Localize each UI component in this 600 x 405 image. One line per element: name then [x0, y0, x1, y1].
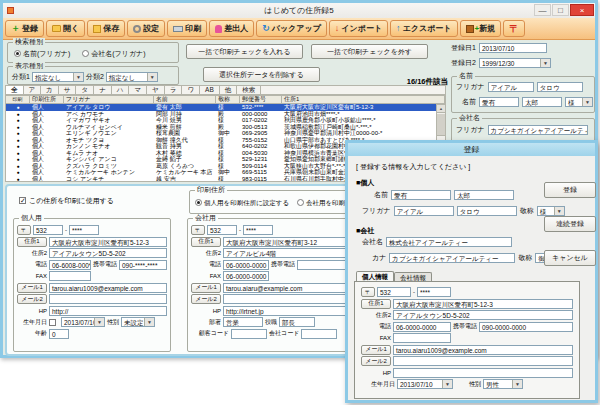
dialog-mail1-button[interactable]: メール1 [361, 345, 391, 355]
minimize-button[interactable]: — [534, 4, 551, 16]
personal-addr2-field[interactable]: アイアルタウン5D-5-202 [49, 248, 167, 258]
kana-tab-13[interactable]: 検索 [237, 86, 261, 94]
toolbar-postal-button[interactable]: 〒 [503, 20, 525, 37]
header-address[interactable]: 住所1 [282, 96, 445, 103]
dialog-fax-field[interactable] [393, 333, 451, 343]
name-sei-field[interactable]: 愛有 [479, 97, 519, 107]
dialog-honorific-select[interactable]: 様 [537, 206, 565, 216]
company-zip2-field[interactable]: **** [243, 225, 273, 235]
dialog-hp-field[interactable] [393, 368, 573, 378]
personal-tel-field[interactable]: 06-6008-000* [49, 260, 91, 270]
company-fax-field[interactable]: 06-0000-0000 [223, 271, 269, 281]
kana-tab-12[interactable]: 他 [220, 86, 238, 94]
radio-search-company[interactable]: 会社名(フリガナ) [82, 50, 145, 57]
dialog-furigana-sei-field[interactable]: アイアル [394, 206, 454, 216]
company-addr1-button[interactable]: 住所1 [191, 237, 221, 247]
title-bar[interactable]: はじめての住所録5 — □ × [3, 3, 595, 18]
kana-tab-5[interactable]: ナ [94, 86, 112, 94]
personal-gender-select[interactable]: 未設定 [121, 317, 155, 327]
toolbar-backup-button[interactable]: ↻バックアップ [256, 20, 327, 37]
furigana-sei-field[interactable]: アイアル [488, 82, 534, 92]
maximize-button[interactable]: □ [552, 4, 569, 16]
dialog-mobile-field[interactable]: 090-0000-0000 [479, 322, 573, 332]
personal-zip1-field[interactable]: 532 [33, 225, 63, 235]
dialog-tel-field[interactable]: 06-0000-0000 [393, 322, 451, 332]
kana-tab-1[interactable]: ア [24, 86, 42, 94]
name-mei-field[interactable]: 太郎 [522, 97, 562, 107]
header-print[interactable]: 印刷 [6, 96, 30, 103]
kana-tab-0[interactable]: 全 [6, 86, 24, 94]
scroll-thumb[interactable] [437, 114, 445, 136]
company-mail2-button[interactable]: メール2 [191, 294, 221, 304]
kana-tab-4[interactable]: タ [76, 86, 94, 94]
dialog-name-sei-field[interactable]: 愛有 [391, 190, 451, 200]
kana-tab-9[interactable]: ラ [165, 86, 183, 94]
header-name[interactable]: 名前 [154, 96, 216, 103]
toolbar-new-button[interactable]: +新規 [460, 20, 502, 37]
dialog-zip-button[interactable]: 〒 [361, 287, 375, 297]
personal-birth-select[interactable]: 2013/07/10 [61, 317, 105, 327]
toolbar-register-button[interactable]: ＋登録 [5, 20, 44, 37]
personal-hp-field[interactable]: http:// [49, 306, 167, 316]
furigana-mei-field[interactable]: タロウ [537, 82, 583, 92]
personal-zip-button[interactable]: 〒 [17, 225, 31, 235]
reg-date2-select[interactable]: 1999/12/30 [479, 58, 551, 68]
company-hp-field[interactable]: http://irtnet.jp [223, 306, 357, 316]
bulk-check-on-button[interactable]: 一括で印刷チェックを入れる [186, 44, 303, 59]
dialog-addr2-field[interactable]: アイアルタウン5D-5-202 [393, 310, 573, 320]
company-furigana-field[interactable]: カブシキガイシャアイアールティー [488, 125, 588, 135]
dialog-addr1-field[interactable]: 大阪府大阪市淀川区愛有町5-12-3 [393, 299, 573, 309]
kana-tab-10[interactable]: ワ [182, 86, 200, 94]
table-row[interactable]: ●個人ウルチマイ センベイ糠米 煎餅殿300-0513茨城県稲敷郡江戸崎町桑山*… [6, 124, 436, 131]
kana-tab-8[interactable]: ヤ [147, 86, 165, 94]
dialog-gender-select[interactable]: 男性 [483, 379, 523, 389]
company-zip1-field[interactable]: 532 [207, 225, 237, 235]
personal-mail2-button[interactable]: メール2 [17, 294, 47, 304]
toolbar-open-button[interactable]: 開く [46, 20, 85, 37]
dialog-zip1-field[interactable]: 532 [377, 287, 411, 297]
delete-selected-button[interactable]: 選択住所データを削除する [203, 67, 320, 82]
category2-select[interactable]: 指定なし [106, 72, 158, 82]
scroll-up-icon[interactable]: ▲ [437, 105, 445, 113]
dialog-furigana-mei-field[interactable]: タロウ [457, 206, 517, 216]
header-honorific[interactable]: 敬称 [216, 96, 240, 103]
personal-mail1-button[interactable]: メール1 [17, 283, 47, 293]
table-row[interactable]: ●個人エリンギ ノウエン桜茸農園御中069-2905神奈川県愛甲郡清川村中江00… [6, 130, 436, 137]
dialog-mail1-field[interactable]: tarou.aiaru1009@example.com [393, 345, 573, 355]
company-mail1-button[interactable]: メール1 [191, 283, 221, 293]
company-addr2-field[interactable]: アイアルビル4階 [223, 248, 357, 258]
use-print-checkbox[interactable]: この住所を印刷に使用する [19, 196, 114, 206]
company-mail2-field[interactable] [223, 294, 357, 304]
dialog-cancel-button[interactable]: キャンセル [544, 250, 596, 266]
personal-zip2-field[interactable]: **** [69, 225, 99, 235]
dialog-zip2-field[interactable]: **** [417, 287, 451, 297]
table-row[interactable]: ●個人イマガワ ヤキオ今川 焼男様017-0202秋田県鹿角郡小坂町小坂鉱山**… [6, 117, 436, 124]
dialog-addr1-button[interactable]: 住所1 [361, 299, 391, 309]
toolbar-export-button[interactable]: ↑エクスポート [390, 20, 457, 37]
company-code-field[interactable] [301, 329, 337, 339]
toolbar-settings-button[interactable]: 設定 [127, 20, 165, 37]
company-mail1-field[interactable]: tarou.aiaru@example.com [223, 283, 357, 293]
dialog-company-kana-field[interactable]: カブシキガイシャアイアールティー [389, 253, 515, 263]
personal-mail1-field[interactable]: tarou.aiaru1009@example.com [49, 283, 167, 293]
birth-checkbox[interactable] [49, 319, 56, 326]
radio-search-name[interactable]: 名前(フリガナ) [14, 50, 70, 57]
toolbar-sender-button[interactable]: 差出人 [209, 20, 254, 37]
toolbar-import-button[interactable]: ↓インポート [329, 20, 388, 37]
header-print-address[interactable]: 印刷住所 [30, 96, 64, 103]
header-zip[interactable]: 郵便番号 [240, 96, 282, 103]
dialog-birth-select[interactable]: 2013/07/10 [397, 379, 453, 389]
company-dept-field[interactable]: 営業 [223, 317, 263, 327]
company-tel-field[interactable]: 06-0000-0000 [223, 260, 269, 270]
personal-mobile-field[interactable]: 090-****-**** [119, 260, 167, 270]
kana-tab-7[interactable]: マ [129, 86, 147, 94]
reg-date1-field[interactable]: 2013/07/10 [479, 43, 547, 53]
category1-select[interactable]: 指定なし [32, 72, 84, 82]
personal-fax-field[interactable] [49, 271, 91, 281]
company-pos-field[interactable]: 部長 [279, 317, 315, 327]
kana-tab-2[interactable]: カ [41, 86, 59, 94]
table-row[interactable]: ●個人アベ カワモチ阿部 川持殿000-0000大阪府池田市畑****-* [6, 111, 436, 118]
personal-addr1-button[interactable]: 住所1 [17, 237, 47, 247]
dialog-name-mei-field[interactable]: 太郎 [454, 190, 514, 200]
kana-tab-6[interactable]: ハ [112, 86, 130, 94]
